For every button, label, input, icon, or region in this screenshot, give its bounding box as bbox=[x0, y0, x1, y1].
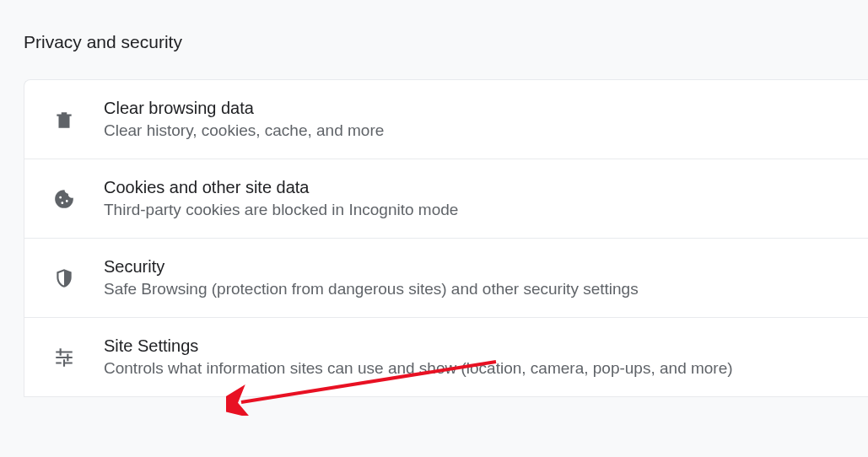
trash-icon bbox=[24, 109, 104, 131]
row-desc: Safe Browsing (protection from dangerous… bbox=[104, 280, 639, 298]
row-security[interactable]: Security Safe Browsing (protection from … bbox=[24, 239, 868, 318]
row-text: Cookies and other site data Third-party … bbox=[104, 178, 458, 219]
row-title: Cookies and other site data bbox=[104, 178, 458, 197]
row-cookies[interactable]: Cookies and other site data Third-party … bbox=[24, 159, 868, 239]
row-desc: Clear history, cookies, cache, and more bbox=[104, 121, 384, 140]
shield-icon bbox=[24, 267, 104, 289]
settings-card: Clear browsing data Clear history, cooki… bbox=[24, 79, 868, 397]
row-text: Site Settings Controls what information … bbox=[104, 336, 733, 378]
row-desc: Controls what information sites can use … bbox=[104, 359, 733, 378]
page-title: Privacy and security bbox=[0, 0, 868, 52]
row-title: Site Settings bbox=[104, 336, 733, 356]
sliders-icon bbox=[24, 347, 104, 368]
row-clear-browsing-data[interactable]: Clear browsing data Clear history, cooki… bbox=[24, 80, 868, 159]
row-desc: Third-party cookies are blocked in Incog… bbox=[104, 201, 458, 219]
row-text: Clear browsing data Clear history, cooki… bbox=[104, 99, 384, 140]
row-site-settings[interactable]: Site Settings Controls what information … bbox=[24, 318, 868, 396]
row-title: Clear browsing data bbox=[104, 99, 384, 118]
row-title: Security bbox=[104, 257, 639, 277]
cookie-icon bbox=[24, 188, 104, 210]
row-text: Security Safe Browsing (protection from … bbox=[104, 257, 639, 298]
